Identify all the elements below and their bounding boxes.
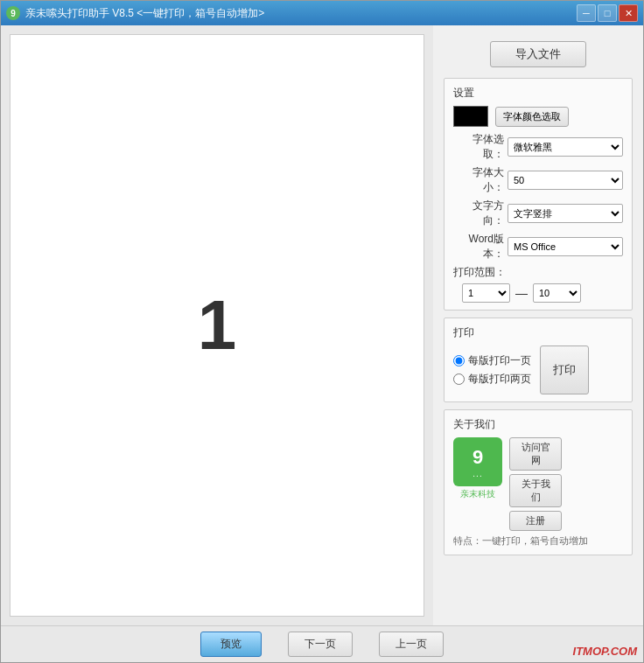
visit-site-button[interactable]: 访问官网 (509, 437, 562, 471)
app-icon: 9 (6, 6, 20, 20)
one-page-label: 每版打印一页 (468, 353, 531, 368)
import-btn-row: 导入文件 (444, 34, 633, 71)
about-section: 关于我们 9 ... 亲末科技 访问官网 关于我们 注册 (444, 409, 633, 555)
word-select[interactable]: MS Office WPS Office (508, 237, 623, 256)
word-setting-row: Word版本： MS Office WPS Office (453, 232, 623, 262)
two-page-label: 每版打印两页 (468, 372, 531, 387)
direction-select[interactable]: 文字竖排 文字横排 (508, 204, 623, 223)
size-label: 字体大小： (453, 165, 504, 195)
radio-group: 每版打印一页 每版打印两页 (453, 353, 531, 387)
print-range-row: 1 2 3 4 5 — 10 20 30 40 50 (453, 283, 623, 303)
page-number-display: 1 (198, 285, 237, 366)
preview-panel: 1 (1, 25, 433, 625)
window-controls: ─ □ ✕ (577, 4, 638, 22)
logo-dots: ... (472, 469, 482, 478)
range-to-select[interactable]: 10 20 30 40 50 (533, 283, 581, 303)
title-text: 亲未嗦头打印助手 V8.5 <一键打印，箱号自动增加> (25, 6, 571, 21)
color-pick-button[interactable]: 字体颜色选取 (495, 107, 569, 127)
color-row: 字体颜色选取 (453, 106, 623, 127)
direction-setting-row: 文字方向： 文字竖排 文字横排 (453, 199, 623, 228)
main-window: 9 亲未嗦头打印助手 V8.5 <一键打印，箱号自动增加> ─ □ ✕ 1 导入… (0, 0, 644, 663)
font-setting-row: 字体选取： 微软雅黑 宋体 黑体 楷体 (453, 132, 623, 162)
range-from-select[interactable]: 1 2 3 4 5 (462, 283, 510, 303)
about-us-button[interactable]: 关于我们 (509, 474, 562, 507)
font-label: 字体选取： (453, 132, 504, 162)
font-select[interactable]: 微软雅黑 宋体 黑体 楷体 (508, 137, 623, 157)
two-page-radio[interactable] (453, 373, 465, 385)
print-inner: 每版打印一页 每版打印两页 打印 (453, 345, 623, 394)
feature-text: 特点：一键打印，箱号自动增加 (453, 534, 623, 548)
maximize-button[interactable]: □ (598, 4, 617, 22)
size-select[interactable]: 50 20 30 40 60 70 80 (508, 171, 623, 190)
color-preview-box[interactable] (453, 106, 488, 127)
title-bar: 9 亲未嗦头打印助手 V8.5 <一键打印，箱号自动增加> ─ □ ✕ (1, 1, 643, 25)
settings-title: 设置 (453, 86, 623, 101)
range-dash: — (515, 286, 528, 300)
bottom-bar: 预览 下一页 上一页 (1, 625, 643, 662)
direction-label: 文字方向： (453, 199, 504, 228)
two-page-radio-row[interactable]: 每版打印两页 (453, 372, 531, 387)
print-section: 打印 每版打印一页 每版打印两页 打印 (444, 318, 633, 402)
minimize-button[interactable]: ─ (577, 4, 596, 22)
company-name: 亲末科技 (460, 488, 495, 500)
preview-button[interactable]: 预览 (200, 632, 262, 657)
register-button[interactable]: 注册 (509, 511, 562, 531)
one-page-radio[interactable] (453, 355, 465, 366)
close-button[interactable]: ✕ (619, 4, 638, 22)
preview-canvas: 1 (10, 34, 424, 617)
right-panel: 导入文件 设置 字体颜色选取 字体选取： 微软雅黑 宋体 黑体 楷 (433, 25, 643, 625)
about-title: 关于我们 (453, 417, 623, 432)
logo-number: 9 (472, 446, 483, 469)
content-area: 1 导入文件 设置 字体颜色选取 字体选取： 微 (1, 25, 643, 625)
import-file-button[interactable]: 导入文件 (490, 41, 586, 67)
print-section-title: 打印 (453, 325, 623, 340)
settings-section: 设置 字体颜色选取 字体选取： 微软雅黑 宋体 黑体 楷体 (444, 78, 633, 311)
one-page-radio-row[interactable]: 每版打印一页 (453, 353, 531, 368)
logo-group: 9 ... 亲末科技 (453, 437, 502, 500)
about-buttons: 访问官网 关于我们 注册 (509, 437, 562, 531)
print-button[interactable]: 打印 (540, 345, 589, 394)
logo-box: 9 ... (453, 437, 502, 486)
word-label: Word版本： (453, 232, 504, 262)
size-setting-row: 字体大小： 50 20 30 40 60 70 80 (453, 165, 623, 195)
prev-page-button[interactable]: 上一页 (379, 632, 444, 657)
watermark: ITMOP.COM (573, 645, 637, 658)
next-page-button[interactable]: 下一页 (288, 632, 353, 657)
print-range-label: 打印范围： (453, 265, 623, 280)
about-inner: 9 ... 亲末科技 访问官网 关于我们 注册 (453, 437, 623, 531)
